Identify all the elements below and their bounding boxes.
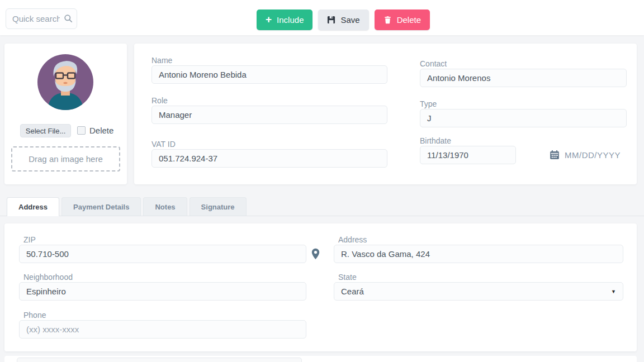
save-button-label: Save (340, 15, 359, 25)
delete-photo-checkbox[interactable] (77, 126, 86, 135)
next-section-partial (4, 356, 637, 362)
role-field[interactable] (151, 106, 387, 124)
name-field[interactable] (151, 65, 387, 84)
zip-label: ZIP (23, 235, 36, 244)
photo-card: Select File... Delete Drag an image here (4, 44, 127, 184)
save-button[interactable]: Save (318, 9, 368, 30)
save-icon (327, 16, 335, 24)
contact-field[interactable] (420, 69, 627, 87)
address-panel: ZIP Address Neighborhood State Ceará ▼ P… (4, 223, 637, 351)
select-file-button[interactable]: Select File... (20, 124, 71, 137)
include-button-label: Include (277, 15, 304, 25)
birthdate-field[interactable] (420, 146, 516, 164)
calendar-icon[interactable] (550, 150, 560, 160)
phone-label: Phone (23, 311, 46, 320)
image-dropzone-hint: Drag an image here (29, 154, 103, 164)
birthdate-label: Birthdate (420, 136, 451, 145)
delete-button[interactable]: Delete (375, 9, 430, 30)
neighborhood-label: Neighborhood (23, 273, 73, 282)
partial-input-top (17, 358, 302, 362)
detail-tabs: Address Payment Details Notes Signature (7, 197, 247, 216)
map-pin-icon[interactable] (311, 248, 320, 260)
address-label: Address (338, 235, 367, 244)
address-field[interactable] (334, 245, 623, 263)
avatar (37, 54, 93, 110)
toolbar: + Include Save Delete (0, 0, 644, 35)
state-label: State (338, 273, 357, 282)
customer-form-page: + Include Save Delete (0, 0, 644, 362)
customer-details-card: Name Role VAT ID Contact Type Birthdate … (134, 44, 637, 184)
include-button[interactable]: + Include (257, 9, 312, 30)
type-label: Type (420, 99, 437, 108)
delete-button-label: Delete (397, 15, 421, 25)
tab-address[interactable]: Address (7, 197, 59, 216)
role-label: Role (151, 96, 168, 105)
search-icon[interactable] (64, 14, 73, 23)
action-buttons: + Include Save Delete (257, 9, 430, 30)
date-format-hint: MM/DD/YYYY (565, 150, 621, 160)
type-field[interactable] (420, 109, 627, 127)
tab-payment-details[interactable]: Payment Details (61, 197, 141, 216)
phone-field[interactable] (19, 320, 306, 339)
plus-icon: + (266, 14, 272, 25)
neighborhood-field[interactable] (19, 282, 306, 301)
image-dropzone[interactable]: Drag an image here (11, 146, 120, 172)
chevron-down-icon: ▼ (611, 289, 616, 294)
name-label: Name (151, 56, 172, 65)
delete-photo-label: Delete (89, 126, 113, 135)
vat-id-label: VAT ID (151, 140, 176, 149)
delete-photo-option: Delete (77, 126, 113, 135)
state-select-value: Ceará (341, 287, 364, 296)
state-select[interactable]: Ceará ▼ (334, 282, 623, 301)
tab-signature[interactable]: Signature (190, 197, 247, 216)
tab-notes[interactable]: Notes (143, 197, 187, 216)
vat-id-field[interactable] (151, 149, 387, 168)
contact-label: Contact (420, 59, 447, 68)
trash-icon (383, 16, 392, 24)
zip-field[interactable] (19, 245, 306, 263)
quick-search (6, 8, 77, 29)
